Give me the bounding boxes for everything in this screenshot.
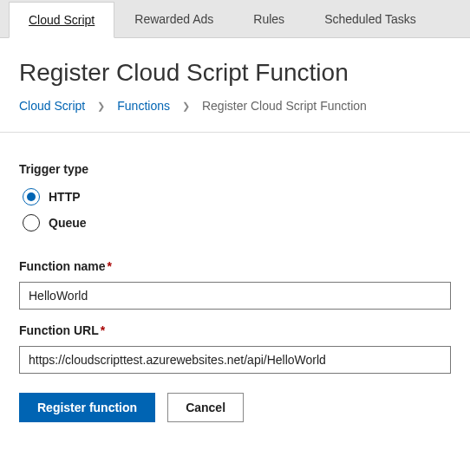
tab-rewarded-ads[interactable]: Rewarded Ads [114,1,233,37]
function-url-field: Function URL* [19,323,451,374]
radio-icon [23,214,40,231]
function-url-label: Function URL* [19,323,451,337]
breadcrumb-current: Register Cloud Script Function [202,99,367,113]
radio-label-http: HTTP [49,190,81,204]
trigger-type-queue[interactable]: Queue [19,211,451,237]
page-title: Register Cloud Script Function [19,59,451,87]
radio-icon [23,188,40,205]
breadcrumb: Cloud Script ❯ Functions ❯ Register Clou… [19,99,451,132]
page-content: Register Cloud Script Function Cloud Scr… [0,38,470,438]
trigger-type-label: Trigger type [19,162,451,176]
radio-label-queue: Queue [49,216,87,230]
tab-bar: Cloud Script Rewarded Ads Rules Schedule… [0,0,470,38]
tab-cloud-script[interactable]: Cloud Script [9,2,114,38]
breadcrumb-functions[interactable]: Functions [117,99,170,113]
button-row: Register function Cancel [19,393,451,422]
required-indicator: * [101,323,105,337]
tab-rules[interactable]: Rules [233,1,304,37]
chevron-right-icon: ❯ [182,101,190,112]
function-name-label: Function name* [19,259,451,273]
function-name-input[interactable] [19,282,451,310]
function-name-field: Function name* [19,259,451,310]
required-indicator: * [108,259,112,273]
cancel-button[interactable]: Cancel [167,393,244,422]
chevron-right-icon: ❯ [97,101,105,112]
breadcrumb-cloud-script[interactable]: Cloud Script [19,99,85,113]
divider [0,132,470,133]
trigger-type-http[interactable]: HTTP [19,185,451,211]
function-url-input[interactable] [19,346,451,374]
tab-scheduled-tasks[interactable]: Scheduled Tasks [304,1,436,37]
trigger-type-section: Trigger type HTTP Queue [19,162,451,237]
register-function-button[interactable]: Register function [19,393,155,422]
